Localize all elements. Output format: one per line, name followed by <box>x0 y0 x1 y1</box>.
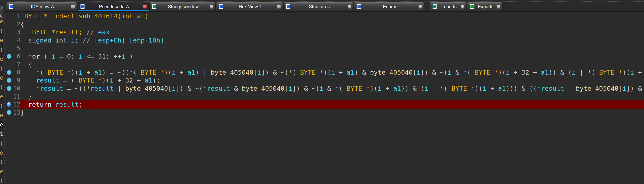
breakpoint-gutter[interactable] <box>5 70 13 75</box>
clipped-list-item-fragment: te <box>0 121 3 128</box>
line-number: 7 <box>13 61 20 68</box>
tab-label: Pseudocode-A <box>86 4 142 9</box>
clipped-list-item-fragment: te <box>0 37 3 44</box>
code-text[interactable]: } <box>20 109 644 117</box>
code-text[interactable]: } <box>20 92 644 100</box>
breakpoint-gutter[interactable] <box>5 110 13 115</box>
line-number: 9 <box>13 77 20 84</box>
code-line: 4 signed int i; // [esp+Ch] [ebp-10h] <box>5 36 644 44</box>
clipped-list-item-fragment: te <box>0 93 3 100</box>
pseudocode-a-icon <box>80 4 85 9</box>
pseudocode-view[interactable]: 1_BYTE *__cdecl sub_401614(int a1)2{3 _B… <box>5 12 644 184</box>
tab-close-icon[interactable]: ✕ <box>348 5 352 9</box>
code-text[interactable]: for ( i = 0; i <= 31; ++i ) <box>20 52 644 60</box>
clipped-list-item-fragment: te <box>0 112 3 119</box>
breakpoint-gutter[interactable] <box>5 86 13 91</box>
line-number: 4 <box>13 37 20 44</box>
tab-hex-view-1[interactable]: Hex View-1✕ <box>216 2 283 11</box>
tab-bar: IDA View-A✕Pseudocode-A✕Strings window✕H… <box>0 2 644 12</box>
breakpoint-icon[interactable] <box>7 86 12 91</box>
code-line: 6 for ( i = 0; i <= 31; ++i ) <box>5 52 644 60</box>
code-line: 8 *(_BYTE *)(i + a1) = ~((*(_BYTE *)(i +… <box>5 68 644 76</box>
window-drag-strip <box>0 0 644 2</box>
tab-close-icon[interactable]: ✕ <box>71 5 75 9</box>
code-text[interactable]: result = (_BYTE *)(i + 32 + a1); <box>20 76 644 84</box>
tab-exports[interactable]: Exports✕ <box>467 2 502 11</box>
tab-close-icon[interactable]: ✕ <box>461 5 464 9</box>
hex-view-1-icon <box>219 4 223 9</box>
breakpoint-icon[interactable] <box>7 70 12 75</box>
code-text[interactable]: _BYTE *__cdecl sub_401614(int a1) <box>20 12 644 20</box>
tab-structures[interactable]: Structures✕ <box>284 2 354 11</box>
clipped-list-item-fragment: t( <box>0 130 3 137</box>
clipped-list-item-fragment: te <box>0 55 3 63</box>
code-line: 3 _BYTE *result; // eax <box>5 28 644 36</box>
tab-close-icon[interactable]: ✕ <box>418 5 422 9</box>
code-text[interactable]: _BYTE *result; // eax <box>20 28 644 36</box>
code-text[interactable]: *result = ~((*result | byte_405040[i]) &… <box>20 84 644 93</box>
clipped-list-item-fragment: te <box>0 74 3 81</box>
line-number: 1 <box>13 13 20 20</box>
tab-close-icon[interactable]: ✕ <box>277 5 281 9</box>
code-line: 11 } <box>5 92 644 100</box>
tab-close-icon[interactable]: ✕ <box>497 5 500 9</box>
tab-label: Hex View-1 <box>225 4 276 9</box>
line-number: 12 <box>13 101 20 108</box>
code-line: 13} <box>5 109 644 117</box>
exports-icon <box>470 4 474 9</box>
left-docked-panel-sliver: ✕ S te(ete(ete(ete(ete(etetet((ete(ete(e <box>0 2 3 184</box>
line-number: 2 <box>13 21 20 28</box>
tab-pseudocode-a[interactable]: Pseudocode-A✕ <box>78 2 149 11</box>
tab-label: Imports <box>438 4 460 9</box>
imports-icon <box>432 4 437 9</box>
tab-label: Strings window <box>158 4 208 9</box>
left-panel-close-icon[interactable]: ✕ <box>0 5 3 12</box>
code-line: 10 *result = ~((*result | byte_405040[i]… <box>5 84 644 93</box>
tab-label: Structures <box>292 4 346 9</box>
code-text[interactable]: signed int i; // [esp+Ch] [ebp-10h] <box>20 36 644 44</box>
line-number: 13 <box>13 109 20 116</box>
tab-close-icon[interactable]: ✕ <box>143 5 147 9</box>
breakpoint-gutter[interactable] <box>5 102 13 107</box>
active-tab-underline <box>78 10 149 11</box>
line-number: 5 <box>13 45 20 52</box>
code-line: 7 { <box>5 60 644 68</box>
line-number: 6 <box>13 53 20 60</box>
tab-label: IDA View-A <box>15 4 70 9</box>
ida-view-a-icon <box>9 4 13 9</box>
tab-imports[interactable]: Imports✕ <box>430 2 466 11</box>
tab-close-icon[interactable]: ✕ <box>210 5 214 9</box>
line-number: 11 <box>13 93 20 100</box>
current-line-breakpoint-icon[interactable] <box>6 102 12 107</box>
tab-enums[interactable]: Enums✕ <box>354 2 424 11</box>
clipped-list-item-fragment: te <box>0 18 3 25</box>
line-number: 8 <box>13 69 20 76</box>
tab-strings-window[interactable]: Strings window✕ <box>150 2 216 11</box>
code-line: 9 result = (_BYTE *)(i + 32 + a1); <box>5 76 644 84</box>
code-text[interactable]: { <box>20 20 644 28</box>
clipped-list-item-fragment: (e <box>0 46 3 53</box>
strings-window-icon <box>152 4 156 9</box>
breakpoint-icon[interactable] <box>7 54 12 59</box>
code-line: 5 <box>5 44 644 52</box>
dock-splitter[interactable] <box>4 12 4 184</box>
line-number: 3 <box>13 29 20 36</box>
enums-icon <box>357 4 361 9</box>
code-text-current-line[interactable]: return result; <box>20 100 644 109</box>
breakpoint-gutter[interactable] <box>5 78 13 83</box>
tab-ida-view-a[interactable]: IDA View-A✕ <box>6 2 77 11</box>
clipped-list-item-fragment: (e <box>0 140 3 147</box>
breakpoint-gutter[interactable] <box>5 54 13 59</box>
breakpoint-icon[interactable] <box>7 78 12 83</box>
code-line: 1_BYTE *__cdecl sub_401614(int a1) <box>5 12 644 20</box>
code-text[interactable]: *(_BYTE *)(i + a1) = ~((*(_BYTE *)(i + a… <box>20 68 644 76</box>
code-line: 12 return result; <box>5 100 644 109</box>
breakpoint-icon[interactable] <box>7 110 12 115</box>
clipped-list-item-fragment: (e <box>0 158 3 166</box>
code-text[interactable]: { <box>20 60 644 68</box>
clipped-list-item-fragment: (e <box>0 84 3 91</box>
clipped-list-item-fragment: te <box>0 168 3 175</box>
line-number: 10 <box>13 85 20 92</box>
clipped-list-item-fragment: (e <box>0 177 3 184</box>
structures-icon <box>286 4 290 9</box>
